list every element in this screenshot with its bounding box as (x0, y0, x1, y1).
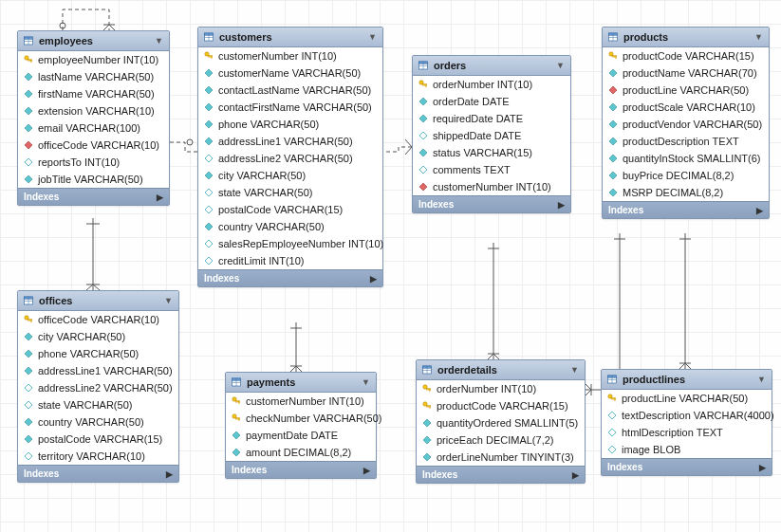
column-row[interactable]: priceEach DECIMAL(7,2) (417, 431, 585, 449)
entity-header[interactable]: payments▼ (226, 373, 376, 393)
collapse-arrow-icon[interactable]: ▼ (164, 296, 173, 305)
column-row[interactable]: addressLine2 VARCHAR(50) (198, 150, 382, 167)
column-row[interactable]: country VARCHAR(50) (198, 218, 382, 235)
column-row[interactable]: territory VARCHAR(10) (18, 448, 178, 465)
entity-header[interactable]: employees▼ (18, 31, 169, 51)
entity-header[interactable]: productlines▼ (602, 370, 772, 390)
column-row[interactable]: salesRepEmployeeNumber INT(10) (198, 235, 382, 252)
entity-productlines[interactable]: productlines▼productLine VARCHAR(50)text… (601, 369, 772, 476)
column-row[interactable]: officeCode VARCHAR(10) (18, 311, 178, 328)
entity-header[interactable]: orders▼ (413, 56, 570, 76)
column-row[interactable]: requiredDate DATE (413, 110, 570, 127)
column-row[interactable]: productCode VARCHAR(15) (603, 47, 769, 64)
column-row[interactable]: checkNumber VARCHAR(50) (226, 410, 376, 427)
expand-arrow-icon[interactable]: ▶ (363, 466, 370, 475)
column-row[interactable]: shippedDate DATE (413, 127, 570, 144)
indexes-section[interactable]: Indexes▶ (602, 458, 772, 475)
column-row[interactable]: postalCode VARCHAR(15) (198, 201, 382, 218)
column-row[interactable]: status VARCHAR(15) (413, 144, 570, 161)
column-row[interactable]: customerNumber INT(10) (226, 393, 376, 410)
entity-header[interactable]: offices▼ (18, 291, 178, 311)
indexes-section[interactable]: Indexes▶ (603, 201, 769, 218)
entity-customers[interactable]: customers▼customerNumber INT(10)customer… (197, 27, 383, 287)
entity-offices[interactable]: offices▼officeCode VARCHAR(10)city VARCH… (17, 290, 179, 483)
column-row[interactable]: addressLine1 VARCHAR(50) (18, 362, 178, 379)
column-row[interactable]: state VARCHAR(50) (198, 184, 382, 201)
column-row[interactable]: productScale VARCHAR(10) (603, 99, 769, 116)
entity-header[interactable]: orderdetails▼ (417, 360, 585, 380)
collapse-arrow-icon[interactable]: ▼ (155, 36, 163, 46)
column-row[interactable]: htmlDescription TEXT (602, 424, 772, 441)
expand-arrow-icon[interactable]: ▶ (572, 470, 579, 480)
collapse-arrow-icon[interactable]: ▼ (754, 32, 763, 42)
column-row[interactable]: quantityOrdered SMALLINT(5) (417, 414, 585, 431)
collapse-arrow-icon[interactable]: ▼ (556, 61, 565, 70)
collapse-arrow-icon[interactable]: ▼ (362, 377, 370, 387)
column-row[interactable]: orderLineNumber TINYINT(3) (417, 449, 585, 466)
column-row[interactable]: creditLimit INT(10) (198, 252, 382, 269)
column-row[interactable]: productCode VARCHAR(15) (417, 397, 585, 414)
indexes-section[interactable]: Indexes▶ (18, 465, 178, 482)
collapse-arrow-icon[interactable]: ▼ (368, 32, 377, 42)
entity-orders[interactable]: orders▼orderNumber INT(10)orderDate DATE… (412, 55, 571, 213)
indexes-section[interactable]: Indexes▶ (226, 461, 376, 478)
column-row[interactable]: customerNumber INT(10) (413, 178, 570, 195)
column-row[interactable]: contactFirstName VARCHAR(50) (198, 99, 382, 116)
column-row[interactable]: extension VARCHAR(10) (18, 102, 169, 119)
collapse-arrow-icon[interactable]: ▼ (570, 365, 579, 375)
column-row[interactable]: orderDate DATE (413, 93, 570, 110)
column-row[interactable]: jobTitle VARCHAR(50) (18, 171, 169, 188)
expand-arrow-icon[interactable]: ▶ (370, 274, 377, 284)
expand-arrow-icon[interactable]: ▶ (166, 469, 173, 479)
column-row[interactable]: productVendor VARCHAR(50) (603, 116, 769, 133)
indexes-section[interactable]: Indexes▶ (417, 466, 585, 483)
column-row[interactable]: contactLastName VARCHAR(50) (198, 82, 382, 99)
column-row[interactable]: firstName VARCHAR(50) (18, 85, 169, 102)
expand-arrow-icon[interactable]: ▶ (756, 206, 763, 215)
column-row[interactable]: productDescription TEXT (603, 133, 769, 150)
column-row[interactable]: officeCode VARCHAR(10) (18, 137, 169, 154)
column-row[interactable]: lastName VARCHAR(50) (18, 68, 169, 85)
entity-header[interactable]: customers▼ (198, 28, 382, 47)
indexes-section[interactable]: Indexes▶ (198, 269, 382, 286)
column-row[interactable]: addressLine2 VARCHAR(50) (18, 379, 178, 396)
column-row[interactable]: orderNumber INT(10) (417, 380, 585, 397)
expand-arrow-icon[interactable]: ▶ (759, 463, 766, 472)
diamond-hollow-icon (24, 451, 33, 461)
column-row[interactable]: country VARCHAR(50) (18, 413, 178, 431)
column-row[interactable]: customerName VARCHAR(50) (198, 64, 382, 82)
indexes-section[interactable]: Indexes▶ (18, 188, 169, 205)
column-row[interactable]: postalCode VARCHAR(15) (18, 431, 178, 448)
column-row[interactable]: phone VARCHAR(50) (18, 345, 178, 362)
column-row[interactable]: addressLine1 VARCHAR(50) (198, 133, 382, 150)
entity-payments[interactable]: payments▼customerNumber INT(10)checkNumb… (225, 372, 377, 479)
column-row[interactable]: quantityInStock SMALLINT(6) (603, 150, 769, 167)
column-row[interactable]: employeeNumber INT(10) (18, 51, 169, 68)
column-row[interactable]: image BLOB (602, 441, 772, 458)
column-row[interactable]: orderNumber INT(10) (413, 76, 570, 93)
column-row[interactable]: customerNumber INT(10) (198, 47, 382, 64)
column-row[interactable]: textDescription VARCHAR(4000) (602, 407, 772, 424)
column-row[interactable]: productLine VARCHAR(50) (603, 82, 769, 99)
expand-arrow-icon[interactable]: ▶ (558, 200, 565, 210)
column-row[interactable]: productLine VARCHAR(50) (602, 390, 772, 407)
collapse-arrow-icon[interactable]: ▼ (757, 375, 766, 384)
column-row[interactable]: productName VARCHAR(70) (603, 64, 769, 82)
column-row[interactable]: city VARCHAR(50) (18, 328, 178, 345)
entity-header[interactable]: products▼ (603, 28, 769, 47)
column-row[interactable]: city VARCHAR(50) (198, 167, 382, 184)
column-row[interactable]: state VARCHAR(50) (18, 396, 178, 413)
column-row[interactable]: buyPrice DECIMAL(8,2) (603, 167, 769, 184)
expand-arrow-icon[interactable]: ▶ (157, 193, 163, 202)
entity-orderdetails[interactable]: orderdetails▼orderNumber INT(10)productC… (416, 359, 586, 484)
indexes-section[interactable]: Indexes▶ (413, 195, 570, 212)
column-row[interactable]: comments TEXT (413, 161, 570, 178)
column-row[interactable]: amount DECIMAL(8,2) (226, 444, 376, 461)
entity-products[interactable]: products▼productCode VARCHAR(15)productN… (602, 27, 770, 219)
entity-employees[interactable]: employees▼employeeNumber INT(10)lastName… (17, 30, 170, 206)
column-row[interactable]: phone VARCHAR(50) (198, 116, 382, 133)
column-row[interactable]: MSRP DECIMAL(8,2) (603, 184, 769, 201)
column-row[interactable]: paymentDate DATE (226, 427, 376, 444)
column-row[interactable]: email VARCHAR(100) (18, 119, 169, 137)
column-row[interactable]: reportsTo INT(10) (18, 154, 169, 171)
